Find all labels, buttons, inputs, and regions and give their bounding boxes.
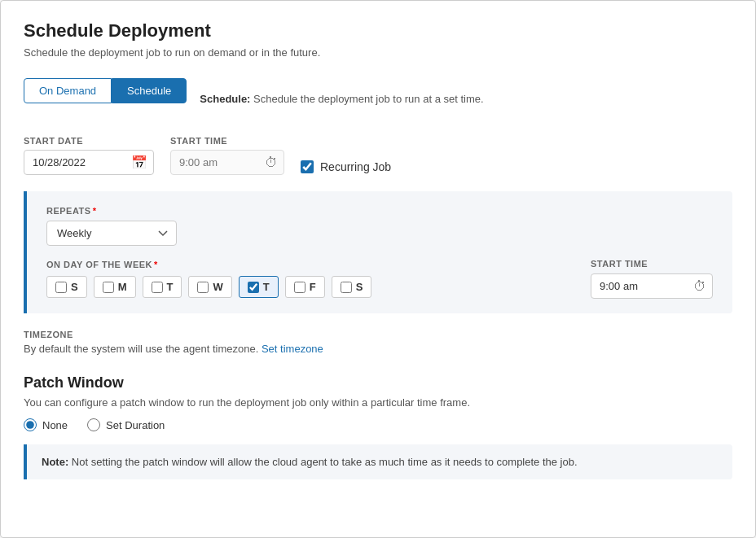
recurring-job-checkbox-wrapper: Recurring Job — [301, 160, 391, 173]
page-title: Schedule Deployment — [24, 20, 732, 42]
start-time-input[interactable] — [170, 150, 284, 175]
days-required-star: * — [154, 260, 158, 269]
recurring-job-label[interactable]: Recurring Job — [320, 160, 391, 173]
day-wednesday: W — [188, 276, 231, 298]
start-time-group: START TIME ⏱ — [170, 136, 284, 175]
recurring-start-time-label: START TIME — [591, 259, 713, 269]
day-of-week-row: ON DAY OF THE WEEK* S M — [46, 259, 713, 299]
start-date-label: START DATE — [24, 136, 154, 146]
patch-window-radio-group: None Set Duration — [24, 418, 732, 431]
day-sunday: S — [46, 276, 87, 298]
start-date-input[interactable] — [24, 150, 154, 175]
patch-none-label[interactable]: None — [42, 419, 68, 431]
note-text: Not setting the patch window will allow … — [72, 456, 578, 468]
start-date-group: START DATE 📅 — [24, 136, 154, 175]
patch-none-radio[interactable] — [24, 418, 37, 431]
day-wednesday-checkbox[interactable] — [197, 282, 209, 293]
day-saturday: S — [332, 276, 372, 298]
day-friday: F — [285, 276, 325, 298]
day-thursday: T — [239, 276, 279, 298]
repeats-select-wrapper: Daily Weekly Monthly — [46, 221, 713, 246]
day-of-week-left: ON DAY OF THE WEEK* S M — [46, 260, 571, 298]
timezone-section: TIMEZONE By default the system will use … — [24, 330, 732, 355]
patch-set-duration-radio[interactable] — [87, 418, 100, 431]
day-saturday-checkbox[interactable] — [341, 282, 352, 293]
repeats-row: REPEATS* Daily Weekly Monthly — [46, 206, 713, 246]
start-time-label: START TIME — [170, 136, 284, 146]
day-tuesday-checkbox[interactable] — [152, 282, 163, 293]
repeats-select[interactable]: Daily Weekly Monthly — [46, 221, 177, 246]
on-demand-button[interactable]: On Demand — [24, 78, 112, 103]
recurring-start-time-wrapper: ⏱ — [591, 273, 713, 299]
day-monday-checkbox[interactable] — [103, 282, 114, 293]
day-of-week-label: ON DAY OF THE WEEK* — [46, 260, 571, 269]
patch-window-section: Patch Window You can configure a patch w… — [24, 374, 732, 479]
schedule-description: Schedule: Schedule the deployment job to… — [200, 86, 483, 112]
page-subtitle: Schedule the deployment job to run on de… — [24, 46, 732, 59]
day-monday: M — [94, 276, 136, 298]
recurring-clock-icon: ⏱ — [693, 279, 706, 294]
timezone-label: TIMEZONE — [24, 330, 732, 339]
day-sunday-checkbox[interactable] — [55, 282, 67, 293]
recurring-section: REPEATS* Daily Weekly Monthly ON DAY OF … — [24, 191, 732, 313]
patch-window-desc: You can configure a patch window to run … — [24, 396, 732, 409]
recurring-job-checkbox[interactable] — [301, 160, 314, 173]
day-thursday-checkbox[interactable] — [248, 282, 259, 293]
set-timezone-link[interactable]: Set timezone — [262, 343, 323, 355]
repeats-label: REPEATS* — [46, 206, 713, 216]
note-label: Note: — [42, 456, 68, 468]
patch-set-duration-option: Set Duration — [87, 418, 165, 431]
day-checkboxes: S M T W — [46, 276, 571, 298]
patch-none-option: None — [24, 418, 68, 431]
patch-window-note: Note: Not setting the patch window will … — [24, 444, 732, 479]
recurring-start-time-group: START TIME ⏱ — [591, 259, 713, 299]
schedule-button[interactable]: Schedule — [112, 78, 187, 103]
schedule-desc-text: Schedule the deployment job to run at a … — [250, 93, 483, 105]
patch-window-title: Patch Window — [24, 374, 732, 391]
day-tuesday: T — [143, 276, 182, 298]
patch-set-duration-label[interactable]: Set Duration — [106, 419, 165, 431]
timezone-desc: By default the system will use the agent… — [24, 343, 732, 355]
day-friday-checkbox[interactable] — [294, 282, 305, 293]
schedule-desc-label: Schedule: — [200, 93, 250, 105]
repeats-required-star: * — [93, 206, 97, 216]
schedule-mode-toggle: On Demand Schedule — [24, 78, 187, 103]
